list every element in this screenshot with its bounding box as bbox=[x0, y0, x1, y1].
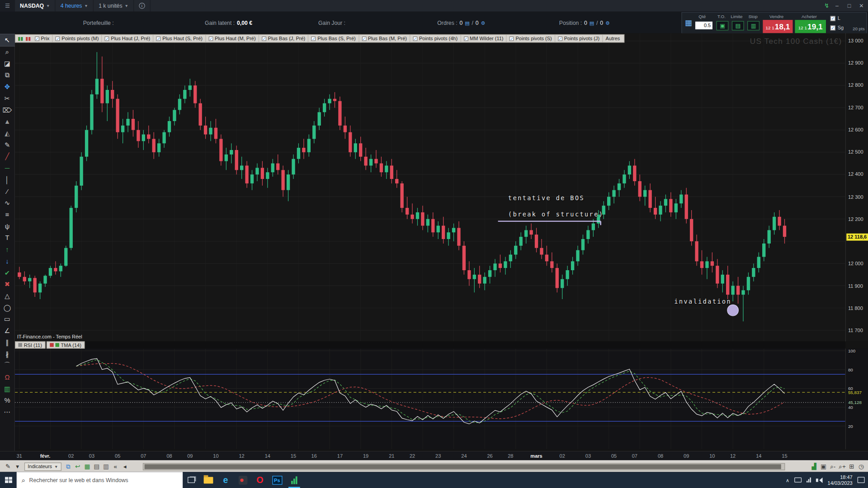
indicator-checkbox[interactable]: ✓ bbox=[105, 36, 109, 41]
magnet-tool-icon[interactable]: Ω bbox=[0, 371, 14, 383]
check-tool-icon[interactable]: ✔ bbox=[0, 267, 14, 278]
sg-checkbox[interactable]: ✓ bbox=[830, 25, 835, 30]
clock-icon[interactable]: ◷ bbox=[856, 463, 866, 470]
autres-button[interactable]: Autres bbox=[603, 35, 623, 42]
indicator-chip[interactable]: ✓Points pivots (S) bbox=[507, 35, 555, 42]
trading-app-icon[interactable] bbox=[286, 472, 303, 488]
arrow-up-tool-icon[interactable]: ↑ bbox=[0, 244, 14, 255]
taskbar-clock[interactable]: 18:47 14/03/2023 bbox=[828, 474, 853, 485]
media-app-icon[interactable] bbox=[234, 472, 251, 488]
triangle-outline-tool-icon[interactable]: △ bbox=[0, 290, 14, 302]
screens-icon[interactable]: ▣ bbox=[819, 463, 828, 470]
timeframe-selector[interactable]: 4 heures ▼ bbox=[56, 0, 94, 12]
task-view-icon[interactable] bbox=[183, 472, 200, 488]
triangle-tool-icon[interactable]: ▲ bbox=[0, 116, 14, 127]
indicator-chip[interactable]: ✓Plus Bas (M, Pré) bbox=[359, 35, 410, 42]
eraser-tool-icon[interactable]: ◪ bbox=[0, 57, 14, 69]
indicator-checkbox[interactable]: ✓ bbox=[35, 36, 39, 41]
close-button[interactable]: ✕ bbox=[857, 3, 866, 9]
taskbar-search[interactable]: ⌕ Rechercher sur le web et dans Windows bbox=[17, 472, 183, 488]
ellipse-tool-icon[interactable]: ◯ bbox=[0, 301, 14, 313]
angle-tool-icon[interactable]: ∠ bbox=[0, 325, 14, 337]
indicator-chip[interactable]: ✓MM Wilder (11) bbox=[461, 35, 506, 42]
quantity-input[interactable]: 0.5 bbox=[695, 22, 712, 29]
stop-button[interactable]: ▥ bbox=[747, 21, 760, 31]
share-icon[interactable]: ⧉ bbox=[64, 463, 73, 470]
vline-tool-icon[interactable]: │ bbox=[0, 174, 14, 185]
pitchfork-tool-icon[interactable]: ψ bbox=[0, 220, 14, 232]
updown-mini-icon[interactable]: ▮▮ bbox=[24, 36, 32, 41]
chart-scrollbar[interactable] bbox=[143, 463, 785, 470]
time-axis[interactable]: 31févr.020305070809101214151617192122232… bbox=[0, 451, 868, 460]
limit-button[interactable]: ▤ bbox=[732, 21, 744, 31]
action-center-icon[interactable] bbox=[858, 477, 865, 483]
peaks-tool-icon[interactable]: ◭ bbox=[0, 127, 14, 139]
indicator-chip[interactable]: ✓Points pivots (J) bbox=[555, 35, 603, 42]
calendar-icon[interactable]: ⊞ bbox=[847, 463, 856, 470]
minimize-button[interactable]: – bbox=[833, 3, 842, 9]
rsi-axis[interactable]: 100806055,83745,1284020 bbox=[845, 348, 868, 449]
cross-tool-icon[interactable]: ✖ bbox=[0, 278, 14, 290]
symbol-selector[interactable]: NASDAQ ▼ bbox=[15, 0, 56, 12]
candles-mini-icon[interactable]: ▮▮ bbox=[17, 36, 24, 41]
tma-legend-chip[interactable]: TMA (14) bbox=[47, 342, 85, 349]
indicateurs-dropdown[interactable]: Indicateurs ▼ bbox=[24, 462, 61, 470]
indicator-checkbox[interactable]: ✓ bbox=[262, 36, 266, 41]
duplicate-tool-icon[interactable]: ⧉ bbox=[0, 69, 14, 81]
indicator-chip[interactable]: ✓Plus Haut (S, Pré) bbox=[154, 35, 206, 42]
indicator-chip[interactable]: ✓Plus Bas (J, Pré) bbox=[259, 35, 309, 42]
scrollbar-thumb[interactable] bbox=[145, 464, 781, 469]
panel-icon[interactable]: ▥ bbox=[101, 463, 111, 470]
zoom-in-icon[interactable]: ⌕+ bbox=[838, 463, 847, 470]
text-tool-icon[interactable]: T bbox=[0, 232, 14, 244]
candle-style-tool-icon[interactable]: ▥ bbox=[0, 383, 14, 394]
rectangle-tool-icon[interactable]: ▭ bbox=[0, 313, 14, 325]
indicator-checkbox[interactable]: ✓ bbox=[311, 36, 316, 41]
volume-icon[interactable] bbox=[816, 477, 823, 483]
sell-button[interactable]: 12 1 18,1 bbox=[763, 20, 793, 33]
price-axis[interactable]: 12 118,6 13 00012 90012 80012 70012 6001… bbox=[845, 33, 868, 341]
pencil-tool-icon[interactable]: ✎ bbox=[0, 139, 14, 150]
candlestick-canvas[interactable] bbox=[15, 33, 845, 341]
fibonacci-tool-icon[interactable]: ≡ bbox=[0, 209, 14, 221]
parallel-tool-icon[interactable]: ∥ bbox=[0, 336, 14, 348]
rsi-canvas[interactable] bbox=[15, 348, 845, 449]
cursor-tool-icon[interactable]: ↖ bbox=[0, 34, 14, 46]
indicator-chip[interactable]: ✓Plus Haut (J, Pré) bbox=[102, 35, 154, 42]
tray-expand-icon[interactable]: ∧ bbox=[786, 477, 789, 483]
ray-tool-icon[interactable]: ∕ bbox=[0, 185, 14, 197]
undo-arrow-icon[interactable]: ↩ bbox=[73, 463, 83, 470]
price-chart[interactable]: US Tech 100 Cash (1€) tentative de BOS (… bbox=[15, 33, 845, 341]
start-button[interactable] bbox=[0, 472, 17, 488]
keypad-icon[interactable]: ▦ bbox=[685, 18, 692, 27]
zigzag-tool-icon[interactable]: ∿ bbox=[0, 197, 14, 209]
indicator-checkbox[interactable]: ✓ bbox=[464, 36, 468, 41]
indicator-checkbox[interactable]: ✓ bbox=[413, 36, 417, 41]
display-icon[interactable] bbox=[794, 478, 802, 483]
buy-button[interactable]: 12 1 19,1 bbox=[795, 20, 826, 33]
to-button[interactable]: ▣ bbox=[716, 21, 728, 31]
delete-tool-icon[interactable]: ⌦ bbox=[0, 104, 14, 116]
indicator-checkbox[interactable]: ✓ bbox=[156, 36, 161, 41]
grid-green-icon[interactable]: ▦ bbox=[82, 463, 92, 470]
rsi-legend-chip[interactable]: RSI (11) bbox=[15, 342, 45, 349]
indicator-checkbox[interactable]: ✓ bbox=[56, 36, 60, 41]
step-left-icon[interactable]: ◂ bbox=[120, 463, 130, 470]
indicator-chip[interactable]: ✓Plus Bas (S, Pré) bbox=[309, 35, 359, 42]
mini-chart-icon[interactable]: ▟ bbox=[809, 463, 819, 470]
indicator-chip[interactable]: ✓Points pivots (M) bbox=[53, 35, 102, 42]
indicator-checkbox[interactable]: ✓ bbox=[362, 36, 366, 41]
app-menu-icon[interactable]: ☰ bbox=[0, 0, 15, 12]
network-icon[interactable] bbox=[807, 478, 811, 483]
indicator-chip[interactable]: ✓Points pivots (4h) bbox=[410, 35, 461, 42]
maximize-button[interactable]: □ bbox=[845, 3, 854, 9]
zoom-tool-icon[interactable]: ⌕ bbox=[0, 46, 14, 58]
channel-tool-icon[interactable]: ∦ bbox=[0, 348, 14, 360]
zoom-out-icon[interactable]: ⌕- bbox=[828, 463, 838, 470]
curve-tool-icon[interactable]: ⌒ bbox=[0, 360, 14, 371]
draw-pen-caret-icon[interactable]: ▾ bbox=[13, 463, 22, 470]
move-tool-icon[interactable]: ✥ bbox=[0, 81, 14, 93]
rsi-panel[interactable] bbox=[15, 348, 845, 449]
opera-icon[interactable]: O bbox=[251, 472, 269, 488]
indicator-checkbox[interactable]: ✓ bbox=[558, 36, 562, 41]
